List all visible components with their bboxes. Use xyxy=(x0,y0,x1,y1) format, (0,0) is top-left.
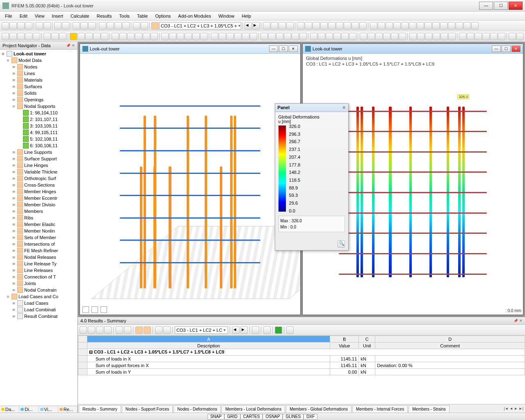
tb-r2[interactable] xyxy=(271,22,278,30)
rt-next[interactable]: ► xyxy=(240,326,248,334)
tb-s4[interactable] xyxy=(393,22,401,30)
tb-s2[interactable] xyxy=(378,22,385,30)
tree-modeldata[interactable]: ⊟Model Data xyxy=(0,57,78,64)
tb2-x1[interactable] xyxy=(119,33,127,40)
tb-calc[interactable] xyxy=(99,22,106,30)
tb-m2[interactable] xyxy=(305,22,312,30)
tree-item[interactable]: ⊞Nodal Releases xyxy=(0,254,78,260)
tb2-flag[interactable] xyxy=(70,33,77,40)
tree-item[interactable]: ⊞Solids xyxy=(0,90,78,96)
tb2-5[interactable] xyxy=(33,33,40,40)
tb2-x26[interactable] xyxy=(326,33,333,40)
tb2-x43[interactable] xyxy=(467,33,474,40)
tb2-x35[interactable] xyxy=(399,33,406,40)
tb2-x14[interactable] xyxy=(226,33,234,40)
tb2-x39[interactable] xyxy=(433,33,440,40)
results-tab[interactable]: Members - Internal Forces xyxy=(352,405,408,413)
mdi-min[interactable]: — xyxy=(269,46,278,52)
tb2-x7[interactable] xyxy=(169,33,176,40)
loadcase-combo[interactable]: CO3 - LC1 + LC2 + LC3 + 1.05*LC5 + xyxy=(159,22,241,30)
tree-item[interactable]: ⊞Member Divisio xyxy=(0,201,78,208)
tb-cut[interactable] xyxy=(73,22,80,30)
tb-m1[interactable] xyxy=(297,22,304,30)
vp-icon2[interactable] xyxy=(91,306,98,313)
tree-item[interactable]: ⊞Surfaces xyxy=(0,83,78,90)
results-tab[interactable]: Members - Strains xyxy=(409,405,450,413)
tree-item[interactable]: ⊞Member Nonlin xyxy=(0,228,78,234)
tb2-x41[interactable] xyxy=(448,33,456,40)
tb2-x46[interactable] xyxy=(490,33,498,40)
rt-8[interactable] xyxy=(144,326,151,334)
tb2-x13[interactable] xyxy=(219,33,226,40)
tree-support[interactable]: 6: 100,106,11 xyxy=(0,142,78,149)
menu-window[interactable]: Window xyxy=(215,13,237,19)
tb2-x6[interactable] xyxy=(161,33,169,40)
tb-r1[interactable] xyxy=(263,22,270,30)
tb-s7[interactable] xyxy=(417,22,424,30)
tb2-3[interactable] xyxy=(17,33,25,40)
tb2-x44[interactable] xyxy=(475,33,482,40)
tb2-x49[interactable] xyxy=(516,33,524,40)
tb2-x18[interactable] xyxy=(260,33,268,40)
tb-redo[interactable] xyxy=(62,22,69,30)
tree-item[interactable]: ⊞Line Hinges xyxy=(0,162,78,169)
tb2-x23[interactable] xyxy=(299,33,307,40)
tb2-x34[interactable] xyxy=(391,33,398,40)
status-osnap[interactable]: OSNAP xyxy=(262,414,283,420)
tb2-x2[interactable] xyxy=(127,33,135,40)
tree-item[interactable]: ⊞Line Release Ty xyxy=(0,260,78,267)
tree-item[interactable]: ⊞Orthotropic Surf xyxy=(0,175,78,182)
menu-view[interactable]: View xyxy=(32,13,48,19)
tb-new[interactable] xyxy=(2,22,9,30)
results-table[interactable]: A B C D Description Value Unit Comment ⊟… xyxy=(78,336,525,404)
rt-6[interactable] xyxy=(124,326,131,334)
rt-10[interactable] xyxy=(163,326,171,334)
menu-calculate[interactable]: Calculate xyxy=(67,13,93,19)
tree-load-item[interactable]: ⊞Load Cases xyxy=(0,300,78,306)
tb2-x36[interactable] xyxy=(409,33,417,40)
tb2-x33[interactable] xyxy=(383,33,390,40)
tb-s14[interactable] xyxy=(471,22,479,30)
tb-s6[interactable] xyxy=(409,22,416,30)
tb-m9[interactable] xyxy=(359,22,367,30)
tb2-x15[interactable] xyxy=(234,33,242,40)
results-tab[interactable]: Members - Global Deformations xyxy=(286,405,352,413)
tb-calc2[interactable] xyxy=(107,22,114,30)
tb-m5[interactable] xyxy=(328,22,336,30)
tree-item[interactable]: ⊞Connection of T xyxy=(0,274,78,280)
rt-9[interactable] xyxy=(155,326,162,334)
tb2-x21[interactable] xyxy=(284,33,291,40)
tb2-11[interactable] xyxy=(93,33,100,40)
tree-item[interactable]: ⊞Line Releases xyxy=(0,267,78,274)
menu-edit[interactable]: Edit xyxy=(16,13,31,19)
tb2-x5[interactable] xyxy=(151,33,158,40)
tb2-x24[interactable] xyxy=(310,33,317,40)
menu-tools[interactable]: Tools xyxy=(116,13,133,19)
nav-tab-views[interactable]: Vi... xyxy=(39,406,58,413)
nav-tab-display[interactable]: Di... xyxy=(19,406,39,413)
rt-11[interactable] xyxy=(252,326,259,334)
close-button[interactable]: ✕ xyxy=(509,2,523,10)
tb2-x27[interactable] xyxy=(333,33,341,40)
menu-help[interactable]: Help xyxy=(239,13,255,19)
tree-item[interactable]: ⊞Sets of Member xyxy=(0,234,78,241)
tb2-7[interactable] xyxy=(51,33,59,40)
tree-item[interactable]: ⊞Nodes xyxy=(0,64,78,70)
menu-insert[interactable]: Insert xyxy=(48,13,66,19)
tree-item[interactable]: ⊞Intersections of xyxy=(0,241,78,247)
tree-item[interactable]: ⊞Ribs xyxy=(0,215,78,221)
tb-s13[interactable] xyxy=(463,22,471,30)
maximize-button[interactable]: ☐ xyxy=(494,2,508,10)
tree-item[interactable]: ⊞Member Hinges xyxy=(0,188,78,195)
rt-excel[interactable] xyxy=(275,326,282,334)
tb-r4[interactable] xyxy=(286,22,294,30)
tb-view1[interactable] xyxy=(133,22,140,30)
status-dxf[interactable]: DXF xyxy=(304,414,317,420)
rt-5[interactable] xyxy=(116,326,123,334)
tb-m6[interactable] xyxy=(336,22,343,30)
status-snap[interactable]: SNAP xyxy=(208,414,224,420)
tree-load-item[interactable]: ⊞Load Combinati xyxy=(0,306,78,313)
tb2-x32[interactable] xyxy=(375,33,383,40)
tb-undo[interactable] xyxy=(54,22,62,30)
tree-item[interactable]: ⊞Nodal Constrain xyxy=(0,287,78,293)
